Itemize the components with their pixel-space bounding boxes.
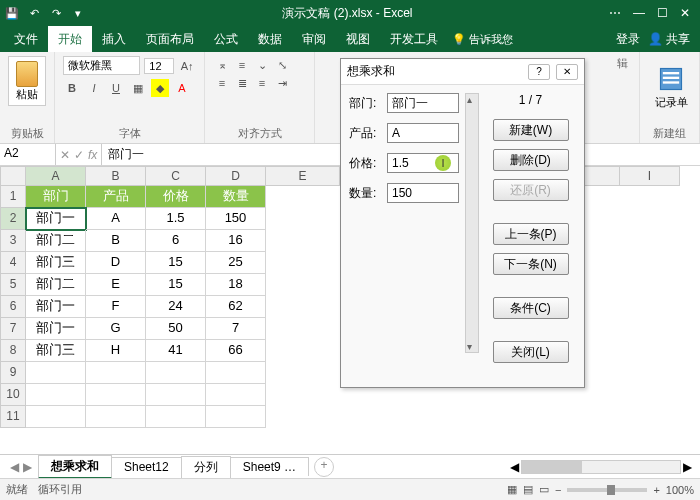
field-dept-input[interactable]	[387, 93, 459, 113]
row-header-8[interactable]: 8	[0, 340, 26, 362]
col-header-d[interactable]: D	[206, 166, 266, 186]
col-header-c[interactable]: C	[146, 166, 206, 186]
tab-insert[interactable]: 插入	[92, 26, 136, 52]
minimize-icon[interactable]: —	[633, 6, 645, 20]
row-header-3[interactable]: 3	[0, 230, 26, 252]
cell[interactable]: D	[86, 252, 146, 274]
cell[interactable]: 部门三	[26, 340, 86, 362]
cell[interactable]: 部门二	[26, 274, 86, 296]
close-icon[interactable]: ✕	[680, 6, 690, 20]
zoom-in-icon[interactable]: +	[653, 484, 659, 496]
ribbon-options-icon[interactable]: ⋯	[609, 6, 621, 20]
delete-button[interactable]: 删除(D)	[493, 149, 569, 171]
dialog-close-icon[interactable]: ✕	[556, 64, 578, 80]
hscroll-right-icon[interactable]: ▶	[683, 460, 692, 474]
select-all-corner[interactable]	[0, 166, 26, 186]
sheet-nav-prev-icon[interactable]: ◀	[10, 460, 19, 474]
cell[interactable]	[146, 384, 206, 406]
tab-layout[interactable]: 页面布局	[136, 26, 204, 52]
row-header-7[interactable]: 7	[0, 318, 26, 340]
cell[interactable]	[206, 362, 266, 384]
fx-icon[interactable]: fx	[88, 148, 97, 162]
view-normal-icon[interactable]: ▦	[507, 483, 517, 496]
save-icon[interactable]: 💾	[4, 5, 20, 21]
tab-view[interactable]: 视图	[336, 26, 380, 52]
cell[interactable]: 66	[206, 340, 266, 362]
prev-button[interactable]: 上一条(P)	[493, 223, 569, 245]
cell[interactable]: 18	[206, 274, 266, 296]
cell[interactable]: 部门一	[26, 296, 86, 318]
close-button[interactable]: 关闭(L)	[493, 341, 569, 363]
zoom-out-icon[interactable]: −	[555, 484, 561, 496]
zoom-slider[interactable]	[567, 488, 647, 492]
zoom-level[interactable]: 100%	[666, 484, 694, 496]
header-dept[interactable]: 部门	[26, 186, 86, 208]
cell[interactable]	[206, 384, 266, 406]
bold-icon[interactable]: B	[63, 79, 81, 97]
row-header-10[interactable]: 10	[0, 384, 26, 406]
cell[interactable]: 50	[146, 318, 206, 340]
cell[interactable]: H	[86, 340, 146, 362]
cell[interactable]	[146, 406, 206, 428]
tab-formulas[interactable]: 公式	[204, 26, 248, 52]
next-button[interactable]: 下一条(N)	[493, 253, 569, 275]
italic-icon[interactable]: I	[85, 79, 103, 97]
tab-review[interactable]: 审阅	[292, 26, 336, 52]
undo-icon[interactable]: ↶	[26, 5, 42, 21]
tab-developer[interactable]: 开发工具	[380, 26, 448, 52]
sheet-tab[interactable]: 分列	[181, 456, 231, 478]
cell[interactable]	[86, 362, 146, 384]
orientation-icon[interactable]: ⤡	[273, 56, 291, 74]
col-header-i[interactable]: I	[620, 166, 680, 186]
cell[interactable]: B	[86, 230, 146, 252]
align-center-icon[interactable]: ≣	[233, 74, 251, 92]
enter-icon[interactable]: ✓	[74, 148, 84, 162]
cancel-icon[interactable]: ✕	[60, 148, 70, 162]
cell[interactable]: 部门三	[26, 252, 86, 274]
header-qty[interactable]: 数量	[206, 186, 266, 208]
row-header-5[interactable]: 5	[0, 274, 26, 296]
cell[interactable]	[146, 362, 206, 384]
fill-color-icon[interactable]: ◆	[151, 79, 169, 97]
row-header-2[interactable]: 2	[0, 208, 26, 230]
grow-font-icon[interactable]: A↑	[178, 57, 196, 75]
row-header-11[interactable]: 11	[0, 406, 26, 428]
col-header-b[interactable]: B	[86, 166, 146, 186]
dialog-help-icon[interactable]: ?	[528, 64, 550, 80]
tab-home[interactable]: 开始	[48, 26, 92, 52]
tab-data[interactable]: 数据	[248, 26, 292, 52]
cell[interactable]	[86, 406, 146, 428]
share-button[interactable]: 👤 共享	[648, 31, 690, 48]
login-link[interactable]: 登录	[616, 31, 640, 48]
cell[interactable]	[86, 384, 146, 406]
indent-icon[interactable]: ⇥	[273, 74, 291, 92]
align-middle-icon[interactable]: ≡	[233, 56, 251, 74]
qat-more-icon[interactable]: ▾	[70, 5, 86, 21]
cell[interactable]: 部门二	[26, 230, 86, 252]
cell[interactable]	[26, 384, 86, 406]
cell[interactable]: 25	[206, 252, 266, 274]
sheet-tab-active[interactable]: 想乘求和	[38, 455, 112, 479]
cell[interactable]: 62	[206, 296, 266, 318]
cell[interactable]: 24	[146, 296, 206, 318]
row-header-6[interactable]: 6	[0, 296, 26, 318]
sheet-tab[interactable]: Sheet9 …	[230, 457, 309, 476]
col-header-e[interactable]: E	[266, 166, 340, 186]
align-right-icon[interactable]: ≡	[253, 74, 271, 92]
row-header-1[interactable]: 1	[0, 186, 26, 208]
view-layout-icon[interactable]: ▤	[523, 483, 533, 496]
border-icon[interactable]: ▦	[129, 79, 147, 97]
align-top-icon[interactable]: ⌅	[213, 56, 231, 74]
cell[interactable]: 16	[206, 230, 266, 252]
header-prod[interactable]: 产品	[86, 186, 146, 208]
name-box[interactable]: A2	[0, 144, 56, 165]
tab-file[interactable]: 文件	[4, 26, 48, 52]
new-button[interactable]: 新建(W)	[493, 119, 569, 141]
add-sheet-button[interactable]: +	[314, 457, 334, 477]
cell[interactable]: G	[86, 318, 146, 340]
criteria-button[interactable]: 条件(C)	[493, 297, 569, 319]
restore-button[interactable]: 还原(R)	[493, 179, 569, 201]
font-color-icon[interactable]: A	[173, 79, 191, 97]
row-header-9[interactable]: 9	[0, 362, 26, 384]
cell[interactable]: 41	[146, 340, 206, 362]
